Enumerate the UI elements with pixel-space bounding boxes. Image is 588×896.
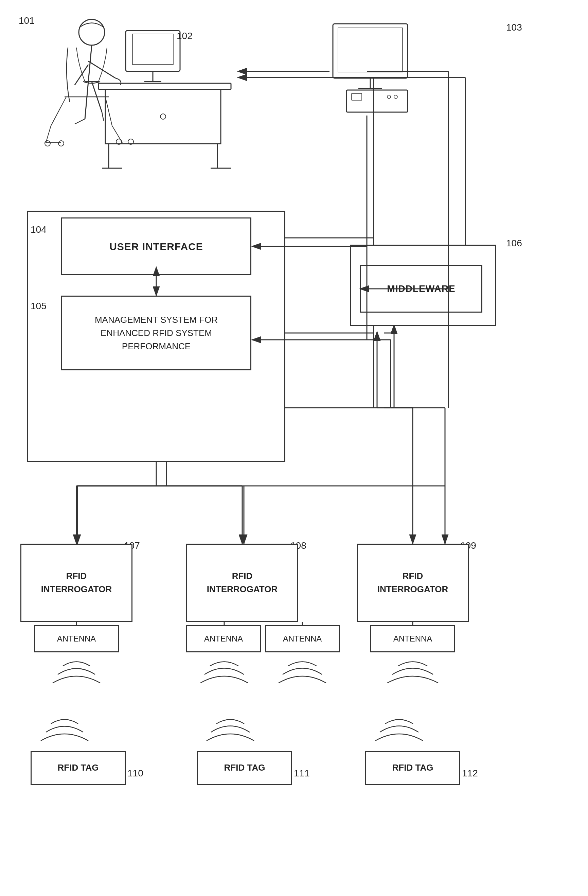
label-104: 104: [30, 224, 47, 235]
diagram-container: 101 102 103: [0, 0, 588, 896]
antenna-2b-label: ANTENNA: [283, 633, 322, 644]
user-interface-box: USER INTERFACE: [61, 218, 251, 275]
label-101: 101: [19, 15, 35, 26]
middleware-label: MIDDLEWARE: [387, 283, 455, 295]
signal-waves-1: [46, 656, 107, 690]
rfid-interrogator-2-label: RFIDINTERROGATOR: [207, 570, 277, 596]
user-interface-label: USER INTERFACE: [110, 240, 203, 253]
computer-figure: [329, 20, 448, 116]
svg-rect-32: [105, 89, 221, 144]
signal-waves-tag-2: [201, 713, 259, 748]
rfid-interrogator-3-label: RFIDINTERROGATOR: [378, 570, 448, 596]
svg-rect-43: [352, 93, 362, 100]
management-system-label: MANAGEMENT SYSTEM FORENHANCED RFID SYSTE…: [95, 313, 218, 353]
svg-rect-27: [126, 30, 180, 72]
svg-rect-39: [338, 28, 402, 72]
workstation-figure: [95, 27, 238, 173]
rfid-tag-2-box: RFID TAG: [197, 751, 292, 785]
antenna-2a-box: ANTENNA: [186, 625, 261, 652]
rfid-tag-1-box: RFID TAG: [30, 751, 126, 785]
label-110: 110: [127, 768, 143, 779]
rfid-tag-2-label: RFID TAG: [224, 762, 265, 774]
management-system-box: MANAGEMENT SYSTEM FORENHANCED RFID SYSTE…: [61, 296, 251, 370]
svg-rect-28: [133, 34, 173, 64]
svg-point-44: [387, 95, 391, 99]
svg-point-24: [58, 141, 64, 146]
signal-waves-tag-1: [34, 713, 95, 748]
middleware-box: MIDDLEWARE: [360, 265, 482, 312]
antenna-3-label: ANTENNA: [393, 633, 433, 644]
rfid-interrogator-3-box: RFIDINTERROGATOR: [356, 544, 469, 622]
label-103: 103: [506, 22, 522, 33]
label-106: 106: [506, 238, 522, 249]
label-102: 102: [177, 30, 193, 41]
label-111: 111: [294, 768, 310, 779]
label-112: 112: [462, 768, 478, 779]
signal-waves-2a: [197, 656, 251, 690]
signal-waves-3: [381, 656, 445, 690]
svg-rect-31: [99, 83, 231, 89]
antenna-2a-label: ANTENNA: [204, 633, 243, 644]
signal-waves-tag-3: [370, 713, 428, 748]
rfid-interrogator-1-box: RFIDINTERROGATOR: [20, 544, 133, 622]
rfid-interrogator-2-box: RFIDINTERROGATOR: [186, 544, 298, 622]
antenna-2b-box: ANTENNA: [265, 625, 340, 652]
svg-point-45: [394, 95, 398, 99]
rfid-tag-3-label: RFID TAG: [392, 762, 433, 774]
rfid-tag-1-label: RFID TAG: [58, 762, 99, 774]
svg-point-33: [160, 114, 166, 119]
svg-point-23: [45, 141, 50, 146]
signal-waves-2b: [275, 656, 329, 690]
rfid-tag-3-box: RFID TAG: [365, 751, 460, 785]
antenna-3-box: ANTENNA: [370, 625, 455, 652]
antenna-1-box: ANTENNA: [34, 625, 119, 652]
antenna-1-label: ANTENNA: [57, 633, 96, 644]
svg-rect-38: [333, 24, 408, 78]
rfid-interrogator-1-label: RFIDINTERROGATOR: [41, 570, 112, 596]
label-105: 105: [30, 301, 47, 312]
